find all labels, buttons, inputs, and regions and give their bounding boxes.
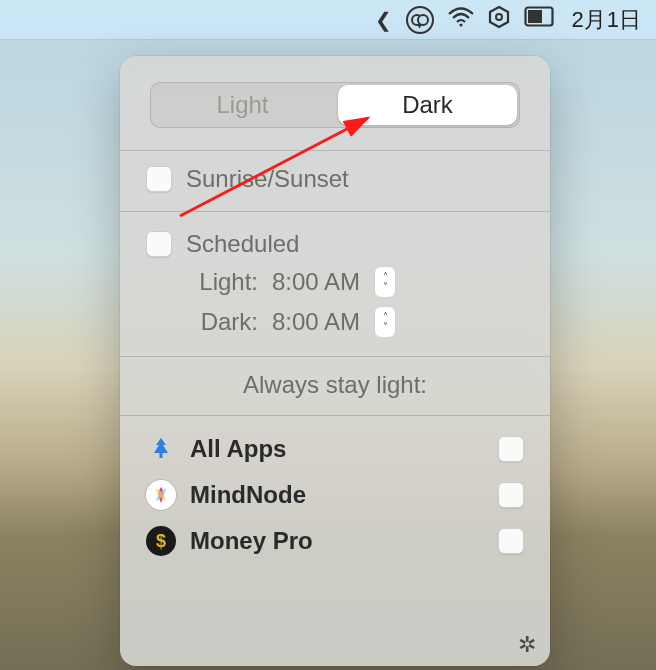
scheduled-checkbox[interactable] [146, 231, 172, 257]
nightowl-popover: Light Dark Sunrise/Sunset Scheduled Ligh… [120, 56, 550, 666]
wifi-icon[interactable] [448, 7, 474, 33]
settings-gear-icon[interactable]: ✲ [518, 632, 536, 658]
allapps-checkbox[interactable] [498, 436, 524, 462]
scheduled-dark-time: 8:00 AM [272, 308, 360, 336]
svg-rect-4 [528, 10, 542, 23]
theme-segmented-control[interactable]: Light Dark [150, 82, 520, 128]
menubar-date[interactable]: 2月1日 [568, 5, 646, 35]
allapps-icon [146, 434, 176, 464]
display-icon[interactable] [524, 6, 554, 34]
sunrise-label: Sunrise/Sunset [186, 165, 349, 193]
chevron-left-icon[interactable]: ❮ [375, 8, 392, 32]
moneypro-icon: $ [146, 526, 176, 556]
always-stay-light-title: Always stay light: [120, 357, 550, 416]
mindnode-checkbox[interactable] [498, 482, 524, 508]
app-label: Money Pro [190, 527, 484, 555]
app-label: All Apps [190, 435, 484, 463]
theme-segment-section: Light Dark [120, 56, 550, 151]
app-row-moneypro[interactable]: $ Money Pro [140, 518, 530, 564]
scheduled-light-label: Light: [186, 268, 258, 296]
moneypro-checkbox[interactable] [498, 528, 524, 554]
light-time-stepper[interactable]: ˄˅ [374, 266, 396, 298]
hexagon-icon[interactable] [488, 5, 510, 35]
app-row-mindnode[interactable]: MindNode [140, 472, 530, 518]
app-list: All Apps MindNode $ Money Pro [120, 416, 550, 564]
mindnode-icon [146, 480, 176, 510]
light-segment[interactable]: Light [150, 82, 335, 128]
svg-point-0 [459, 23, 462, 26]
dark-time-stepper[interactable]: ˄˅ [374, 306, 396, 338]
app-label: MindNode [190, 481, 484, 509]
sunrise-section: Sunrise/Sunset [120, 151, 550, 212]
scheduled-label: Scheduled [186, 230, 299, 258]
scheduled-light-time: 8:00 AM [272, 268, 360, 296]
svg-point-2 [496, 14, 502, 20]
nightowl-menubar-icon[interactable] [406, 6, 434, 34]
app-row-allapps[interactable]: All Apps [140, 426, 530, 472]
svg-marker-1 [490, 7, 508, 27]
svg-rect-5 [160, 453, 163, 458]
scheduled-dark-label: Dark: [186, 308, 258, 336]
dark-segment[interactable]: Dark [338, 85, 517, 125]
scheduled-section: Scheduled Light: 8:00 AM ˄˅ Dark: 8:00 A… [120, 212, 550, 357]
menu-bar: ❮ 2月1日 [0, 0, 656, 40]
sunrise-checkbox[interactable] [146, 166, 172, 192]
